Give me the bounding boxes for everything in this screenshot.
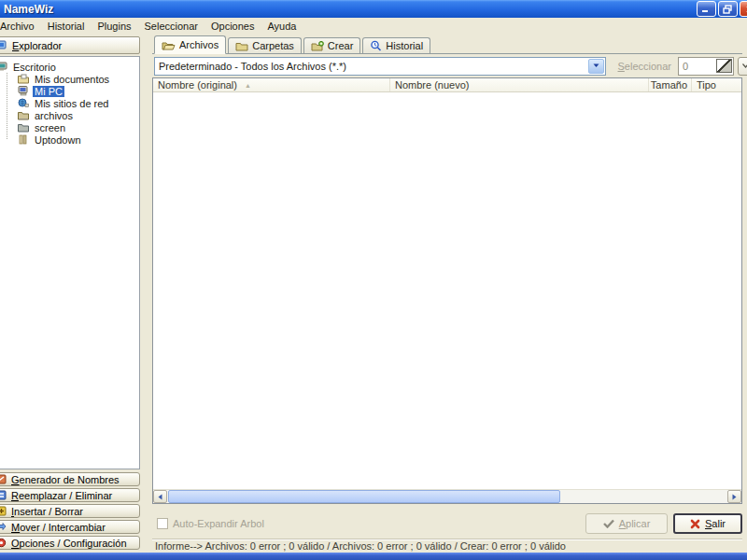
file-list-body[interactable] — [153, 92, 741, 489]
tab-historial[interactable]: Historial — [362, 37, 430, 53]
options-icon — [0, 538, 7, 548]
column-header-tamano[interactable]: Tamaño — [649, 78, 692, 91]
tree-item-mis-sitios-de-red[interactable]: Mis sitios de red — [0, 97, 139, 109]
scrollbar-track[interactable] — [167, 490, 727, 503]
column-header-nombre-nuevo[interactable]: Nombre (nuevo) — [390, 78, 649, 91]
explorer-button[interactable]: Explorador — [0, 36, 140, 54]
menu-plugins[interactable]: Plugins — [91, 19, 137, 34]
task-button-mover-intercambiar[interactable]: Mover / Intercambiar — [0, 520, 140, 534]
column-label: Nombre (original) — [158, 79, 237, 91]
folder-icon — [18, 134, 29, 145]
tree-item-uptodown[interactable]: Uptodown — [0, 133, 139, 146]
auto-expand-label: Auto-Expandir Arbol — [173, 518, 264, 529]
menu-historial[interactable]: Historial — [41, 19, 92, 34]
close-button[interactable] — [740, 1, 747, 17]
tab-label: Archivos — [179, 39, 218, 50]
task-button-label: Opciones / Configuración — [11, 538, 127, 549]
dropdown-arrow-icon[interactable] — [588, 59, 604, 74]
folder-tree: Escritorio Mis documentos Mi PC — [0, 56, 140, 469]
column-label: Tamaño — [651, 79, 687, 91]
network-icon — [18, 98, 29, 108]
tab-label: Historial — [386, 40, 423, 51]
column-label: Nombre (nuevo) — [395, 79, 469, 91]
tab-crear[interactable]: Crear — [303, 37, 361, 53]
tab-carpetas[interactable]: Carpetas — [228, 37, 302, 53]
tab-bar: Archivos Carpetas Crear Historial — [152, 35, 742, 54]
scroll-left-icon — [158, 494, 162, 500]
selection-count-value: 0 — [683, 61, 716, 72]
apply-button-label: Aplicar — [619, 518, 651, 529]
auto-expand-checkbox[interactable] — [157, 518, 168, 529]
task-button-generador-de-nombres[interactable]: Generador de Nombres — [0, 472, 140, 486]
chevron-down-icon — [742, 63, 747, 68]
task-button-label: Generador de Nombres — [11, 474, 120, 485]
tab-label: Carpetas — [252, 40, 294, 51]
filter-dropdown-value: Predeterminado - Todos los Archivos (*.*… — [159, 61, 588, 72]
content-area: Explorador Escritorio Mis documentos — [0, 35, 747, 553]
status-bar: Informe--> Archivos: 0 error ; 0 válido … — [152, 539, 742, 553]
tree-item-label: archivos — [33, 110, 75, 121]
open-folder-icon — [162, 40, 176, 50]
scroll-left-button[interactable] — [153, 490, 167, 503]
window-controls — [697, 1, 747, 17]
menubar: Archivo Historial Plugins Seleccionar Op… — [0, 18, 747, 35]
menu-archivo[interactable]: Archivo — [0, 19, 41, 34]
column-label: Tipo — [697, 79, 716, 91]
column-header-nombre-original[interactable]: Nombre (original) ▲ — [153, 78, 390, 91]
exit-button[interactable]: Salir — [673, 513, 742, 534]
main-panel: Archivos Carpetas Crear Historial — [152, 35, 747, 553]
file-list-panel: Nombre (original) ▲ Nombre (nuevo) Tamañ… — [152, 77, 742, 504]
restore-icon — [723, 5, 733, 14]
menu-opciones[interactable]: Opciones — [204, 19, 261, 34]
menu-ayuda[interactable]: Ayuda — [261, 19, 303, 34]
tree-item-label: Uptodown — [33, 134, 83, 146]
tree-item-mis-documentos[interactable]: Mis documentos — [0, 73, 139, 85]
minimize-button[interactable] — [697, 1, 716, 17]
window-title: NameWiz — [0, 3, 53, 16]
tree-children: Mis documentos Mi PC Mis sitios de red — [0, 73, 139, 146]
namewiz-window: NameWiz Archivo Historial Plugins Selecc… — [0, 0, 747, 553]
tab-archivos[interactable]: Archivos — [154, 35, 226, 54]
tree-item-label: Escritorio — [11, 62, 58, 73]
restore-button[interactable] — [718, 1, 738, 17]
explorer-icon — [0, 40, 7, 51]
sort-ascending-icon: ▲ — [245, 82, 251, 89]
filter-dropdown[interactable]: Predeterminado - Todos los Archivos (*.*… — [154, 57, 606, 76]
task-button-label: Mover / Intercambiar — [11, 522, 106, 533]
task-button-reemplazar-eliminar[interactable]: Reemplazar / Eliminar — [0, 488, 140, 502]
taskbar-edge — [0, 553, 747, 560]
tree-item-escritorio[interactable]: Escritorio — [0, 61, 139, 73]
sidebar: Explorador Escritorio Mis documentos — [0, 35, 152, 553]
folder-icon — [18, 110, 29, 120]
horizontal-scrollbar[interactable] — [153, 489, 741, 503]
insert-icon — [0, 506, 7, 516]
task-button-opciones-configuracion[interactable]: Opciones / Configuración — [0, 536, 140, 550]
tree-item-screen[interactable]: screen — [0, 121, 139, 133]
tree-item-label: Mis documentos — [33, 74, 111, 85]
folder-icon — [18, 122, 29, 133]
task-button-insertar-borrar[interactable]: Insertar / Borrar — [0, 504, 140, 518]
selection-count-input[interactable]: 0 — [678, 57, 734, 76]
bottom-controls: Auto-Expandir Arbol Aplicar Salir — [152, 509, 742, 539]
exit-button-label: Salir — [705, 518, 726, 529]
tree-item-mi-pc[interactable]: Mi PC — [0, 85, 139, 97]
scroll-right-button[interactable] — [727, 490, 741, 503]
scrollbar-thumb[interactable] — [168, 490, 560, 503]
selection-apply-button[interactable] — [738, 57, 747, 76]
tree-item-label: Mi PC — [33, 86, 64, 97]
tree-item-archivos[interactable]: archivos — [0, 109, 139, 121]
new-folder-icon — [311, 41, 324, 51]
task-button-label: Insertar / Borrar — [11, 506, 83, 517]
invert-selection-button[interactable] — [716, 59, 732, 73]
menu-seleccionar[interactable]: Seleccionar — [138, 19, 204, 34]
status-text: Informe--> Archivos: 0 error ; 0 válido … — [155, 540, 566, 552]
titlebar: NameWiz — [0, 0, 747, 18]
tab-label: Crear — [328, 40, 354, 51]
column-header-tipo[interactable]: Tipo — [692, 78, 741, 91]
replace-icon — [0, 490, 7, 500]
apply-button[interactable]: Aplicar — [585, 513, 668, 534]
red-x-icon — [690, 519, 700, 529]
seleccionar-label: Seleccionar — [618, 61, 671, 72]
move-icon — [0, 522, 7, 532]
task-button-stack: Generador de Nombres Reemplazar / Elimin… — [0, 472, 140, 551]
